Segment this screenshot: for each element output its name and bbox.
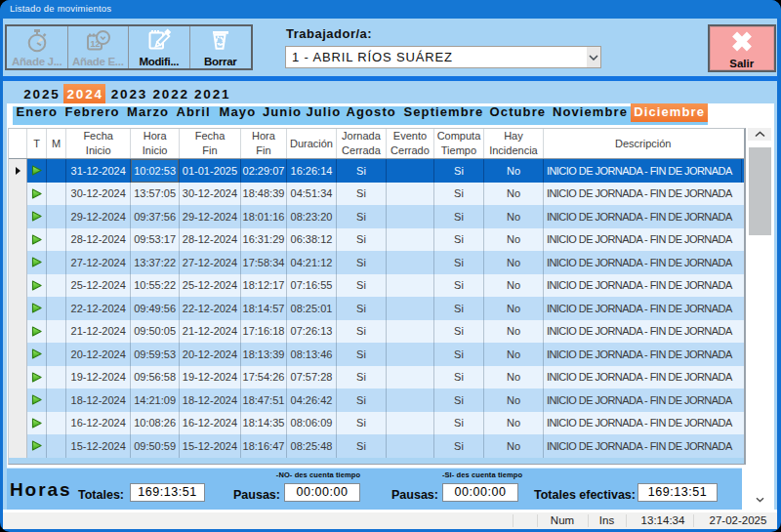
svg-text:12: 12	[90, 39, 100, 49]
